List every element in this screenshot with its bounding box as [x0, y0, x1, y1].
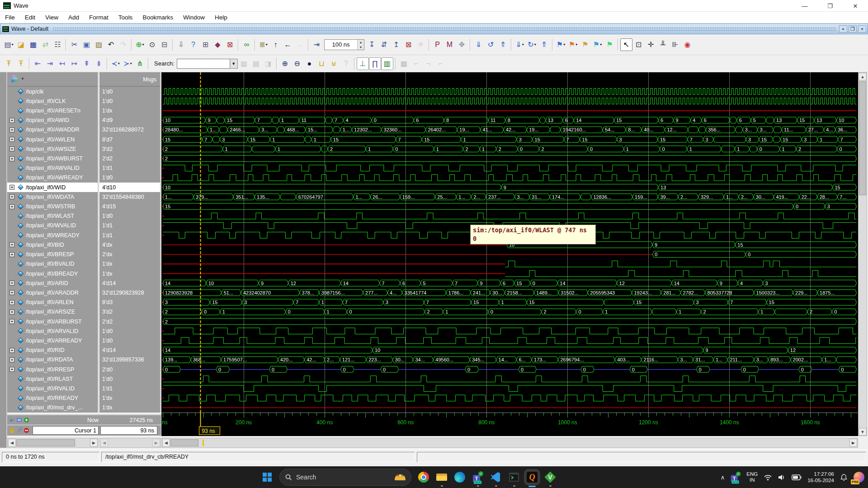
prev-rising-button[interactable]: ⇞ — [80, 57, 93, 70]
pane-header[interactable]: Wave - Default + ❐ × — [0, 23, 868, 34]
zoom-mode-button[interactable]: ⊡ — [632, 38, 645, 51]
values-column-header[interactable]: Msgs — [99, 72, 160, 87]
spin-down-icon[interactable]: ▼ — [358, 45, 364, 50]
pane-close-button[interactable]: × — [858, 25, 866, 33]
delete-all-button[interactable]: ⊠ — [224, 38, 236, 51]
expand-plus-icon[interactable]: + — [9, 290, 14, 295]
pane-add-button[interactable]: + — [839, 25, 847, 33]
signal-row-RRESP[interactable]: +/top/axi_if0/RRESP — [7, 365, 98, 374]
next-marker-button[interactable]: ⇑ — [497, 38, 509, 51]
open-file-button[interactable]: ◪ — [15, 38, 27, 51]
expand-in-button[interactable]: ≺▾ — [109, 57, 122, 70]
find-reload-button[interactable]: ↻▾ — [526, 38, 538, 51]
move-up-bold-button[interactable]: ↑ — [269, 38, 282, 51]
cursor-value-field[interactable]: 93 ns — [100, 426, 157, 435]
search-reverse-button[interactable]: ▩ — [238, 57, 250, 70]
signal-row-mst_drv_...[interactable]: /top/axi_if0/mst_drv_... — [7, 403, 98, 413]
stop-button[interactable]: ⊠ — [402, 38, 415, 51]
expand-plus-icon[interactable]: + — [9, 319, 14, 324]
scroll-left-arrow[interactable]: ◀ — [8, 439, 16, 447]
questasim-icon[interactable]: Q — [526, 471, 538, 483]
signal-row-ARESETn[interactable]: /top/axi_if0/ARESETn — [7, 106, 98, 115]
expand-plus-icon[interactable]: + — [9, 156, 14, 161]
signal-row-ARREADY[interactable]: /top/axi_if0/ARREADY — [7, 336, 98, 345]
pan-hand-button[interactable]: ✥ — [456, 38, 468, 51]
copy-button[interactable]: ▣ — [80, 38, 93, 51]
grid-left-button[interactable]: ⌐ — [410, 57, 422, 70]
add-window-button[interactable]: ⊞ — [199, 38, 212, 51]
wrench-icon[interactable] — [16, 427, 22, 433]
scroll-right-arrow[interactable]: ▶ — [90, 439, 98, 447]
next-rising-button[interactable]: ⇟ — [93, 57, 105, 70]
wifi-icon[interactable] — [764, 474, 772, 481]
scroll-right-arrow[interactable]: ▶ — [849, 439, 857, 447]
prev-marker-button[interactable]: ⇓ — [472, 38, 485, 51]
wave-scroll-thumb[interactable] — [170, 439, 198, 446]
expand-plus-icon[interactable]: + — [9, 137, 14, 142]
flag-save-button[interactable]: ⚑▾ — [591, 38, 604, 51]
signal-row-AWVALID[interactable]: /top/axi_if0/AWVALID — [7, 164, 98, 173]
select-mode-button[interactable]: ↖ — [620, 38, 632, 51]
start-button[interactable] — [261, 471, 273, 483]
pane-drag-grip[interactable] — [53, 28, 835, 31]
zoom-in-button[interactable]: ⊕ — [279, 57, 291, 70]
dropdown-caret-icon[interactable]: ▾ — [576, 42, 577, 47]
wave-vertical-scrollbar[interactable]: ▲ ▼ — [858, 72, 867, 436]
expand-out-button[interactable]: ≻▾ — [122, 57, 134, 70]
zoom-full-button[interactable]: ● — [303, 57, 316, 70]
toggle-full-button[interactable]: ▥ — [381, 57, 393, 70]
expand-plus-icon[interactable]: + — [9, 127, 14, 132]
search-dropdown-button[interactable]: ▼ — [230, 59, 238, 69]
signal-row-AWREADY[interactable]: /top/axi_if0/AWREADY — [7, 173, 98, 183]
add-cursor-icon[interactable] — [24, 417, 29, 423]
refresh-button[interactable]: ⇄ — [39, 38, 52, 51]
expand-plus-icon[interactable]: + — [9, 118, 14, 123]
signal-row-ARBURST[interactable]: +/top/axi_if0/ARBURST — [7, 317, 98, 326]
help-wave-button[interactable]: ? — [187, 38, 199, 51]
scroll-down-arrow[interactable]: ▼ — [859, 428, 867, 436]
signal-row-BID[interactable]: +/top/axi_if0/BID — [7, 240, 98, 249]
dropdown-caret-icon[interactable]: ▾ — [522, 42, 524, 47]
find-prev-button[interactable]: ⇓▾ — [514, 38, 526, 51]
time-step-spinner[interactable]: ▲▼ — [324, 39, 364, 50]
expand-plus-icon[interactable]: + — [9, 242, 14, 247]
signal-row-AWLEN[interactable]: +/top/axi_if0/AWLEN — [7, 135, 98, 144]
next-falling-button[interactable]: ↦ — [68, 57, 80, 70]
expand-plus-icon[interactable]: + — [9, 357, 14, 362]
signal-row-AWBURST[interactable]: +/top/axi_if0/AWBURST — [7, 154, 98, 163]
volume-icon[interactable] — [778, 474, 786, 481]
signal-row-RVALID[interactable]: /top/axi_if0/RVALID — [7, 384, 98, 393]
pan-mode-button[interactable]: ✛ — [645, 38, 657, 51]
expand-plus-icon[interactable]: + — [9, 310, 14, 314]
teams-tray-icon[interactable]: T✓NEW — [731, 473, 741, 482]
expand-plus-icon[interactable]: + — [9, 204, 14, 209]
dropdown-caret-icon[interactable]: ▾ — [600, 42, 602, 47]
terminal-app-icon[interactable] — [508, 471, 520, 483]
flag-add-button[interactable]: ⚑▾ — [555, 38, 567, 51]
goto-time-button[interactable]: ⇥ — [311, 38, 323, 51]
language-indicator[interactable]: ENGIN — [746, 471, 758, 483]
signal-list-button[interactable]: ≣▾ — [257, 38, 269, 51]
file-explorer-icon[interactable] — [436, 471, 448, 483]
scroll-right-arrow[interactable]: ▶ — [152, 439, 160, 447]
menu-view[interactable]: View — [40, 14, 63, 21]
signal-row-WLAST[interactable]: /top/axi_if0/WLAST — [7, 211, 98, 221]
signal-row-ARID[interactable]: +/top/axi_if0/ARID — [7, 278, 98, 288]
run-up-button[interactable]: ↥ — [390, 38, 402, 51]
dropdown-caret-icon[interactable]: ▾ — [118, 61, 120, 66]
clock-display[interactable]: 17:27:0616-05-2024 — [807, 471, 834, 483]
stop-light-button[interactable]: ◉ — [681, 38, 693, 51]
search-forward-button[interactable]: ▩ — [250, 57, 262, 70]
menu-file[interactable]: File — [0, 14, 20, 21]
flag-edit-button[interactable]: ⚑ — [579, 38, 591, 51]
expand-plus-icon[interactable]: + — [9, 146, 14, 151]
zoom-out-button[interactable]: ⊖ — [291, 57, 303, 70]
signal-row-AWSIZE[interactable]: +/top/axi_if0/AWSIZE — [7, 144, 98, 154]
signal-row-BRESP[interactable]: +/top/axi_if0/BRESP — [7, 250, 98, 259]
zoom-cursor-button[interactable]: ⊔ — [316, 57, 328, 70]
compare-button[interactable]: ◆ — [212, 38, 224, 51]
signal-row-WVALID[interactable]: /top/axi_if0/WVALID — [7, 221, 98, 230]
edit-cursors-button[interactable]: ╨ — [657, 38, 669, 51]
cursor-name-field[interactable]: Cursor 1 — [33, 426, 99, 435]
save-button[interactable]: ▦ — [27, 38, 39, 51]
